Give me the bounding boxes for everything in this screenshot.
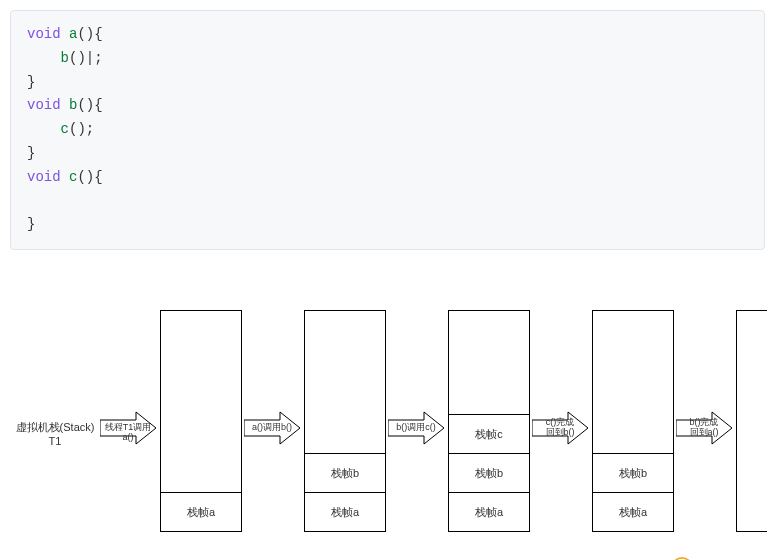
stack-frame-a: 栈帧a [449,492,529,531]
arrow-label-4: c()完成回到b() [534,418,586,438]
arrow-label-3: b()调用c() [390,423,442,433]
stack-frame-b: 栈帧b [305,453,385,492]
watermark: 创新互联 [671,556,765,560]
stack-frame-b: 栈帧b [449,453,529,492]
stack-state-3: 栈帧c 栈帧b 栈帧a [448,310,530,532]
arrow-label-1: 线程T1调用a() [102,423,154,443]
stack-frame-b: 栈帧b [593,453,673,492]
kw-void: void [27,169,61,185]
arrow-label-5: b()完成回到a() [678,418,730,438]
kw-void: void [27,97,61,113]
fn-a: a [69,26,77,42]
stack-diagram: 虚拟机栈(Stack) T1 线程T1调用a() 栈帧a a()调用b() 栈帧… [10,310,765,560]
stack-frame-a: 栈帧a [161,492,241,531]
stack-state-4: 栈帧b 栈帧a [592,310,674,532]
code-block: void a(){ b()|; } void b(){ c(); } void … [10,10,765,250]
fn-c-call: c [61,121,69,137]
stack-state-2: 栈帧b 栈帧a [304,310,386,532]
fn-b: b [69,97,77,113]
arrow-label-2: a()调用b() [246,423,298,433]
stack-frame-a: 栈帧a [593,492,673,531]
kw-void: void [27,26,61,42]
stack-state-1: 栈帧a [160,310,242,532]
stack-state-5 [736,310,767,532]
fn-c: c [69,169,77,185]
stack-axis-label: 虚拟机栈(Stack) T1 [10,420,100,449]
stack-frame-c: 栈帧c [449,414,529,453]
fn-b-call: b [61,50,69,66]
watermark-logo-icon [671,556,693,560]
stack-frame-a: 栈帧a [305,492,385,531]
